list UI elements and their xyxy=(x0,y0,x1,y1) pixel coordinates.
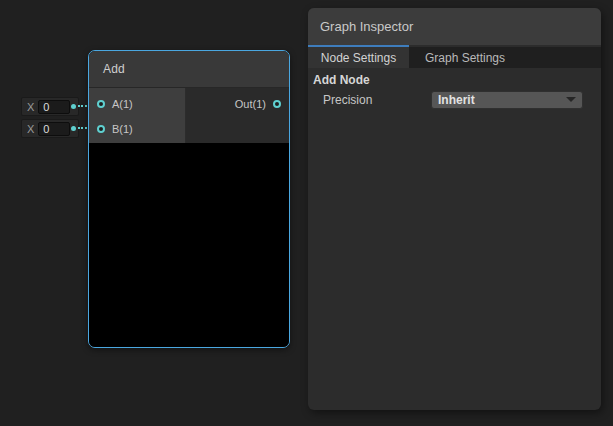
input-port-row-b: B(1) xyxy=(89,116,185,141)
panel-title: Graph Inspector xyxy=(320,19,413,34)
value-input-b[interactable] xyxy=(38,122,70,136)
input-port-a-label: A(1) xyxy=(112,98,133,110)
output-port-row: Out(1) xyxy=(186,91,289,116)
input-port-b-label: B(1) xyxy=(112,123,133,135)
node-header[interactable]: Add xyxy=(89,51,289,88)
tab-graph-settings-label: Graph Settings xyxy=(425,51,505,65)
input-port-row-a: A(1) xyxy=(89,91,185,116)
shader-graph-view[interactable]: X X Add A(1) B(1) O xyxy=(0,0,613,426)
chevron-down-icon xyxy=(566,97,576,102)
node-output-column: Out(1) xyxy=(186,88,289,143)
inspector-tab-bar: Node Settings Graph Settings xyxy=(308,47,601,68)
node-preview xyxy=(89,143,289,347)
tab-node-settings-label: Node Settings xyxy=(321,51,396,65)
input-port-a-icon[interactable] xyxy=(97,100,105,108)
output-port-icon[interactable] xyxy=(273,100,281,108)
add-node[interactable]: Add A(1) B(1) Out(1) xyxy=(88,50,290,348)
section-heading: Add Node xyxy=(313,73,601,87)
tab-graph-settings[interactable]: Graph Settings xyxy=(409,47,521,68)
tab-node-settings[interactable]: Node Settings xyxy=(308,47,409,68)
precision-dropdown-value: Inherit xyxy=(438,93,475,107)
node-title: Add xyxy=(103,62,125,76)
node-body: A(1) B(1) Out(1) xyxy=(89,88,289,143)
widget-port-dot xyxy=(71,126,76,131)
precision-label: Precision xyxy=(323,93,431,107)
axis-label: X xyxy=(27,101,34,113)
input-port-b-icon[interactable] xyxy=(97,125,105,133)
panel-titlebar: Graph Inspector xyxy=(308,8,601,45)
inspector-body: Add Node Precision Inherit xyxy=(308,68,601,410)
output-port-label: Out(1) xyxy=(235,98,266,110)
value-input-a[interactable] xyxy=(38,100,70,114)
graph-inspector-panel: Graph Inspector Node Settings Graph Sett… xyxy=(308,8,601,410)
precision-dropdown[interactable]: Inherit xyxy=(431,91,583,109)
widget-port-dot xyxy=(71,104,76,109)
axis-label: X xyxy=(27,123,34,135)
node-input-column: A(1) B(1) xyxy=(89,88,186,143)
precision-field-row: Precision Inherit xyxy=(323,90,601,109)
